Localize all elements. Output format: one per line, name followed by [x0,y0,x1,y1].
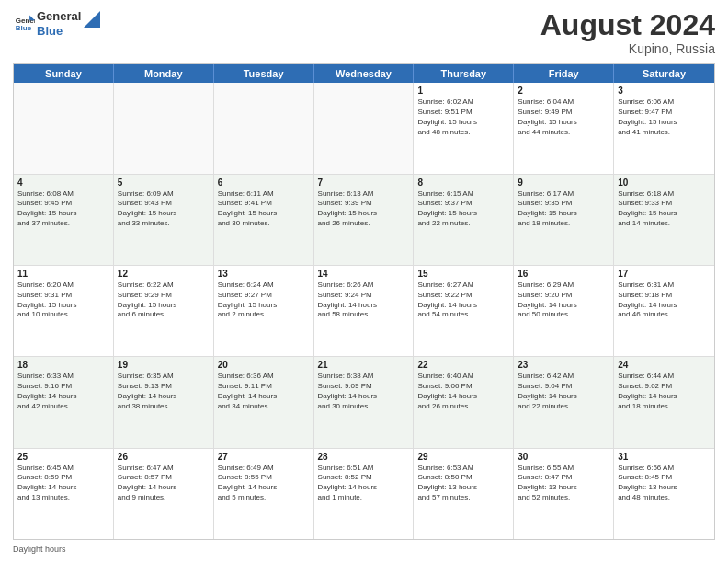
day-number: 22 [417,360,509,370]
cal-cell-r4-c6: 31Sunrise: 6:56 AM Sunset: 8:45 PM Dayli… [614,449,714,539]
cal-cell-r4-c0: 25Sunrise: 6:45 AM Sunset: 8:59 PM Dayli… [14,449,114,539]
svg-text:Blue: Blue [16,23,32,31]
cell-info: Sunrise: 6:22 AM Sunset: 9:29 PM Dayligh… [118,281,210,320]
day-number: 14 [318,269,410,279]
day-number: 18 [17,360,109,370]
day-number: 29 [417,452,509,462]
day-number: 30 [518,452,609,462]
day-number: 21 [318,360,410,370]
calendar-row-0: 1Sunrise: 6:02 AM Sunset: 9:51 PM Daylig… [14,83,714,174]
cell-info: Sunrise: 6:18 AM Sunset: 9:33 PM Dayligh… [618,190,711,229]
cal-cell-r3-c0: 18Sunrise: 6:33 AM Sunset: 9:16 PM Dayli… [14,357,114,447]
cell-info: Sunrise: 6:02 AM Sunset: 9:51 PM Dayligh… [417,98,509,137]
cal-cell-r4-c4: 29Sunrise: 6:53 AM Sunset: 8:50 PM Dayli… [414,449,514,539]
calendar-body: 1Sunrise: 6:02 AM Sunset: 9:51 PM Daylig… [14,83,714,539]
cell-info: Sunrise: 6:47 AM Sunset: 8:57 PM Dayligh… [118,464,210,503]
day-number: 2 [518,86,609,96]
cal-cell-r0-c5: 2Sunrise: 6:04 AM Sunset: 9:49 PM Daylig… [514,83,614,173]
cal-cell-r1-c1: 5Sunrise: 6:09 AM Sunset: 9:43 PM Daylig… [114,175,214,265]
cell-info: Sunrise: 6:15 AM Sunset: 9:37 PM Dayligh… [417,190,509,229]
calendar: Sunday Monday Tuesday Wednesday Thursday… [13,63,715,540]
day-number: 7 [318,178,410,188]
cell-info: Sunrise: 6:04 AM Sunset: 9:49 PM Dayligh… [518,98,609,137]
svg-marker-3 [84,11,100,28]
header: General Blue General Blue August 2024 Ku… [13,9,715,56]
cal-cell-r1-c6: 10Sunrise: 6:18 AM Sunset: 9:33 PM Dayli… [614,175,714,265]
day-number: 5 [118,178,210,188]
cal-cell-r0-c0 [14,83,114,173]
cal-cell-r1-c5: 9Sunrise: 6:17 AM Sunset: 9:35 PM Daylig… [514,175,614,265]
cal-cell-r3-c2: 20Sunrise: 6:36 AM Sunset: 9:11 PM Dayli… [214,357,314,447]
footer: Daylight hours [13,545,715,554]
day-number: 17 [618,269,711,279]
logo-icon: General Blue [15,14,35,34]
day-number: 31 [618,452,711,462]
header-sunday: Sunday [14,64,114,83]
cell-info: Sunrise: 6:13 AM Sunset: 9:39 PM Dayligh… [318,190,410,229]
day-number: 9 [518,178,609,188]
day-number: 1 [417,86,509,96]
day-number: 13 [218,269,310,279]
cell-info: Sunrise: 6:20 AM Sunset: 9:31 PM Dayligh… [17,281,109,320]
logo-general: General [37,9,81,24]
cal-cell-r2-c0: 11Sunrise: 6:20 AM Sunset: 9:31 PM Dayli… [14,266,114,356]
cal-cell-r1-c4: 8Sunrise: 6:15 AM Sunset: 9:37 PM Daylig… [414,175,514,265]
header-friday: Friday [514,64,614,83]
cell-info: Sunrise: 6:40 AM Sunset: 9:06 PM Dayligh… [417,372,509,411]
cal-cell-r4-c2: 27Sunrise: 6:49 AM Sunset: 8:55 PM Dayli… [214,449,314,539]
cal-cell-r3-c3: 21Sunrise: 6:38 AM Sunset: 9:09 PM Dayli… [314,357,415,447]
day-number: 6 [218,178,310,188]
page: General Blue General Blue August 2024 Ku… [0,0,728,563]
calendar-row-1: 4Sunrise: 6:08 AM Sunset: 9:45 PM Daylig… [14,175,714,266]
cell-info: Sunrise: 6:08 AM Sunset: 9:45 PM Dayligh… [17,190,109,229]
cal-cell-r0-c6: 3Sunrise: 6:06 AM Sunset: 9:47 PM Daylig… [614,83,714,173]
cell-info: Sunrise: 6:51 AM Sunset: 8:52 PM Dayligh… [318,464,410,503]
day-number: 23 [518,360,609,370]
cal-cell-r1-c2: 6Sunrise: 6:11 AM Sunset: 9:41 PM Daylig… [214,175,314,265]
cell-info: Sunrise: 6:29 AM Sunset: 9:20 PM Dayligh… [518,281,609,320]
day-number: 24 [618,360,711,370]
logo-triangle-icon [84,11,100,28]
day-number: 19 [118,360,210,370]
cal-cell-r4-c3: 28Sunrise: 6:51 AM Sunset: 8:52 PM Dayli… [314,449,415,539]
cal-cell-r3-c6: 24Sunrise: 6:44 AM Sunset: 9:02 PM Dayli… [614,357,714,447]
calendar-row-3: 18Sunrise: 6:33 AM Sunset: 9:16 PM Dayli… [14,357,714,448]
day-number: 4 [17,178,109,188]
cal-cell-r0-c3 [314,83,415,173]
cell-info: Sunrise: 6:44 AM Sunset: 9:02 PM Dayligh… [618,372,711,411]
day-number: 3 [618,86,711,96]
cell-info: Sunrise: 6:42 AM Sunset: 9:04 PM Dayligh… [518,372,609,411]
cell-info: Sunrise: 6:24 AM Sunset: 9:27 PM Dayligh… [218,281,310,320]
day-number: 11 [17,269,109,279]
cell-info: Sunrise: 6:33 AM Sunset: 9:16 PM Dayligh… [17,372,109,411]
cell-info: Sunrise: 6:27 AM Sunset: 9:22 PM Dayligh… [417,281,509,320]
cell-info: Sunrise: 6:06 AM Sunset: 9:47 PM Dayligh… [618,98,711,137]
header-thursday: Thursday [414,64,514,83]
day-number: 10 [618,178,711,188]
cal-cell-r0-c2 [214,83,314,173]
cell-info: Sunrise: 6:49 AM Sunset: 8:55 PM Dayligh… [218,464,310,503]
cal-cell-r1-c3: 7Sunrise: 6:13 AM Sunset: 9:39 PM Daylig… [314,175,415,265]
daylight-hours-label: Daylight hours [13,545,66,554]
day-number: 25 [17,452,109,462]
day-number: 15 [417,269,509,279]
cal-cell-r2-c3: 14Sunrise: 6:26 AM Sunset: 9:24 PM Dayli… [314,266,415,356]
logo: General Blue General Blue [13,9,100,38]
day-number: 26 [118,452,210,462]
cal-cell-r1-c0: 4Sunrise: 6:08 AM Sunset: 9:45 PM Daylig… [14,175,114,265]
cal-cell-r2-c1: 12Sunrise: 6:22 AM Sunset: 9:29 PM Dayli… [114,266,214,356]
header-saturday: Saturday [614,64,714,83]
header-tuesday: Tuesday [214,64,314,83]
calendar-header: Sunday Monday Tuesday Wednesday Thursday… [14,64,714,83]
cell-info: Sunrise: 6:09 AM Sunset: 9:43 PM Dayligh… [118,190,210,229]
cal-cell-r3-c4: 22Sunrise: 6:40 AM Sunset: 9:06 PM Dayli… [414,357,514,447]
cal-cell-r2-c2: 13Sunrise: 6:24 AM Sunset: 9:27 PM Dayli… [214,266,314,356]
header-monday: Monday [114,64,214,83]
cell-info: Sunrise: 6:17 AM Sunset: 9:35 PM Dayligh… [518,190,609,229]
cell-info: Sunrise: 6:55 AM Sunset: 8:47 PM Dayligh… [518,464,609,503]
cell-info: Sunrise: 6:36 AM Sunset: 9:11 PM Dayligh… [218,372,310,411]
day-number: 12 [118,269,210,279]
cell-info: Sunrise: 6:56 AM Sunset: 8:45 PM Dayligh… [618,464,711,503]
calendar-row-4: 25Sunrise: 6:45 AM Sunset: 8:59 PM Dayli… [14,449,714,539]
cell-info: Sunrise: 6:35 AM Sunset: 9:13 PM Dayligh… [118,372,210,411]
